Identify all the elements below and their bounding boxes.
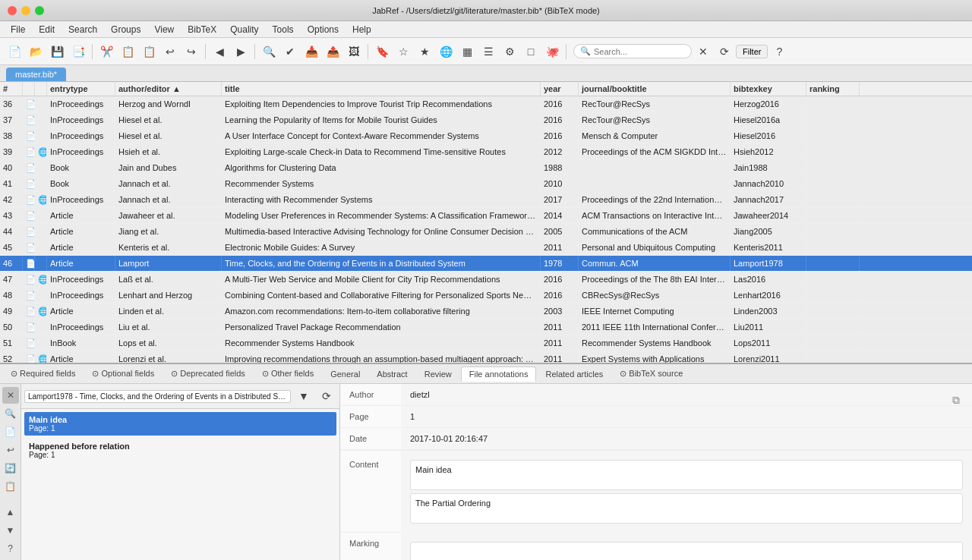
back-button[interactable]: ◀: [210, 42, 229, 61]
table-row[interactable]: 47📄🌐 InProceedingsLaß et al. A Multi-Tie…: [0, 272, 972, 288]
settings-button[interactable]: ⚙: [500, 42, 519, 61]
table-row[interactable]: 45📄 ArticleKenteris et al. Electronic Mo…: [0, 240, 972, 256]
undo-button[interactable]: ↩: [160, 42, 180, 61]
table-row[interactable]: 52📄🌐 ArticleLorenzi et al. Improving rec…: [0, 351, 972, 363]
note-item-happened-before[interactable]: Happened before relation Page: 1: [24, 439, 336, 462]
table-row[interactable]: 44📄 ArticleJiang et al. Multimedia-based…: [0, 224, 972, 240]
marking-area: [401, 533, 972, 560]
marking-box[interactable]: [410, 542, 963, 560]
marking-label: Marking: [340, 533, 401, 560]
table-row[interactable]: 51📄 InBookLops et al. Recommender System…: [0, 335, 972, 351]
sep3: [254, 44, 255, 59]
minimize-button[interactable]: [21, 6, 30, 15]
table-row[interactable]: 38📄 InProceedingsHiesel et al. A User In…: [0, 128, 972, 144]
copy-button[interactable]: 📋: [118, 42, 137, 61]
table-button[interactable]: ▦: [457, 42, 477, 61]
cut-button[interactable]: ✂️: [96, 42, 116, 61]
list-button[interactable]: ☰: [478, 42, 498, 61]
menu-options[interactable]: Options: [301, 23, 345, 36]
paste-button[interactable]: 📋: [139, 42, 159, 61]
save-as-button[interactable]: 📑: [68, 42, 88, 61]
export-button[interactable]: 📤: [323, 42, 342, 61]
table-row[interactable]: 39📄🌐 InProceedingsHsieh et al. Exploitin…: [0, 144, 972, 160]
bookmark-button[interactable]: 🔖: [372, 42, 392, 61]
table-row[interactable]: 49📄🌐 ArticleLinden et al. Amazon.com rec…: [0, 304, 972, 319]
maximize-button[interactable]: [35, 6, 44, 15]
tab-optional-fields[interactable]: ⊙ Optional fields: [84, 367, 162, 381]
clipboard-sidebar-icon[interactable]: 📋: [2, 478, 19, 495]
search-sidebar-icon[interactable]: 🔍: [2, 405, 19, 422]
tab-general[interactable]: General: [323, 367, 368, 381]
open-button[interactable]: 📂: [26, 42, 46, 61]
import-button[interactable]: 📥: [301, 42, 321, 61]
image-button[interactable]: 🖼: [344, 42, 364, 61]
tab-review[interactable]: Review: [417, 367, 459, 381]
file-refresh-btn[interactable]: ⟳: [317, 386, 336, 406]
table-row[interactable]: 41📄 BookJannach et al. Recommender Syste…: [0, 176, 972, 192]
star-filled-button[interactable]: ★: [415, 42, 434, 61]
table-row[interactable]: 43📄 ArticleJawaheer et al. Modeling User…: [0, 208, 972, 224]
content-box2[interactable]: The Partial Ordering: [410, 493, 963, 524]
table-row[interactable]: 40📄 BookJain and Dubes Algorithms for Cl…: [0, 160, 972, 176]
table-row[interactable]: 37📄 InProceedingsHiesel et al. Learning …: [0, 112, 972, 128]
save-button[interactable]: 💾: [47, 42, 67, 61]
copy-content-button[interactable]: ⧉: [946, 390, 966, 410]
tab-deprecated-fields[interactable]: ⊙ Deprecated fields: [163, 367, 253, 381]
star-button[interactable]: ☆: [393, 42, 413, 61]
sep2: [205, 44, 206, 59]
globe-button[interactable]: 🌐: [436, 42, 456, 61]
menu-quality[interactable]: Quality: [224, 23, 264, 36]
tab-bibtex-source[interactable]: ⊙ BibTeX source: [612, 367, 690, 381]
menu-groups[interactable]: Groups: [105, 23, 147, 36]
clear-search-button[interactable]: ✕: [693, 42, 713, 61]
forward-button[interactable]: ▶: [231, 42, 251, 61]
content-box1[interactable]: Main idea: [410, 460, 963, 490]
filename-input[interactable]: Lamport1978 - Time, Clocks, and the Orde…: [24, 390, 291, 403]
filter-button[interactable]: Filter: [736, 45, 768, 58]
tab-required-fields[interactable]: ⊙ Required fields: [3, 367, 83, 381]
check-button[interactable]: ✔: [280, 42, 300, 61]
tab-abstract[interactable]: Abstract: [369, 367, 415, 381]
author-label: Author: [340, 384, 401, 406]
menu-view[interactable]: View: [148, 23, 180, 36]
github-button[interactable]: 🐙: [542, 42, 562, 61]
table-row-selected[interactable]: 46📄 ArticleLamport Time, Clocks, and the…: [0, 256, 972, 272]
note-item-main-idea[interactable]: Main idea Page: 1: [24, 412, 336, 436]
tab-master[interactable]: master.bib*: [6, 68, 66, 81]
menu-bibtex[interactable]: BibTeX: [181, 23, 222, 36]
table-row[interactable]: 50📄 InProceedingsLiu et al. Personalized…: [0, 319, 972, 335]
help-sidebar-icon[interactable]: ?: [2, 540, 19, 557]
table-row[interactable]: 42📄🌐 InProceedingsJannach et al. Interac…: [0, 192, 972, 208]
search-input[interactable]: [594, 47, 685, 56]
menu-file[interactable]: File: [5, 23, 31, 36]
bottom-panel: ⊙ Required fields ⊙ Optional fields ⊙ De…: [0, 363, 972, 560]
content-area: Main idea The Partial Ordering: [401, 451, 972, 533]
help-icon-button[interactable]: ?: [769, 42, 789, 61]
redo-button[interactable]: ↪: [181, 42, 201, 61]
tab-related-articles[interactable]: Related articles: [538, 367, 611, 381]
file-viewer: Lamport1978 - Time, Clocks, and the Orde…: [21, 384, 340, 560]
menu-edit[interactable]: Edit: [33, 23, 61, 36]
close-button[interactable]: [8, 6, 17, 15]
tab-file-annotations[interactable]: File annotations: [461, 367, 537, 382]
table-row[interactable]: 36📄 InProceedingsHerzog and Worndl Explo…: [0, 96, 972, 112]
window-button[interactable]: □: [521, 42, 541, 61]
menu-search[interactable]: Search: [62, 23, 103, 36]
note-title: Happened before relation: [29, 442, 332, 451]
refresh-sidebar-icon[interactable]: 🔄: [2, 460, 19, 477]
document-sidebar-icon[interactable]: 📄: [2, 423, 19, 440]
up-sidebar-icon[interactable]: ▲: [2, 504, 19, 521]
search-icon-btn[interactable]: 🔍: [259, 42, 279, 61]
close-sidebar-icon[interactable]: ✕: [2, 387, 19, 404]
refresh-button[interactable]: ⟳: [715, 42, 734, 61]
undo-sidebar-icon[interactable]: ↩: [2, 442, 19, 458]
menu-tools[interactable]: Tools: [267, 23, 300, 36]
tab-other-fields[interactable]: ⊙ Other fields: [254, 367, 321, 381]
new-button[interactable]: 📄: [5, 42, 24, 61]
table-row[interactable]: 48📄 InProceedingsLenhart and Herzog Comb…: [0, 288, 972, 304]
bottom-tabs: ⊙ Required fields ⊙ Optional fields ⊙ De…: [0, 364, 972, 384]
menu-help[interactable]: Help: [346, 23, 377, 36]
file-dropdown-btn[interactable]: ▼: [294, 386, 314, 406]
down-sidebar-icon[interactable]: ▼: [2, 522, 19, 539]
toolbar: 📄 📂 💾 📑 ✂️ 📋 📋 ↩ ↪ ◀ ▶ 🔍 ✔ 📥 📤 🖼 🔖 ☆ ★ 🌐…: [0, 38, 972, 65]
